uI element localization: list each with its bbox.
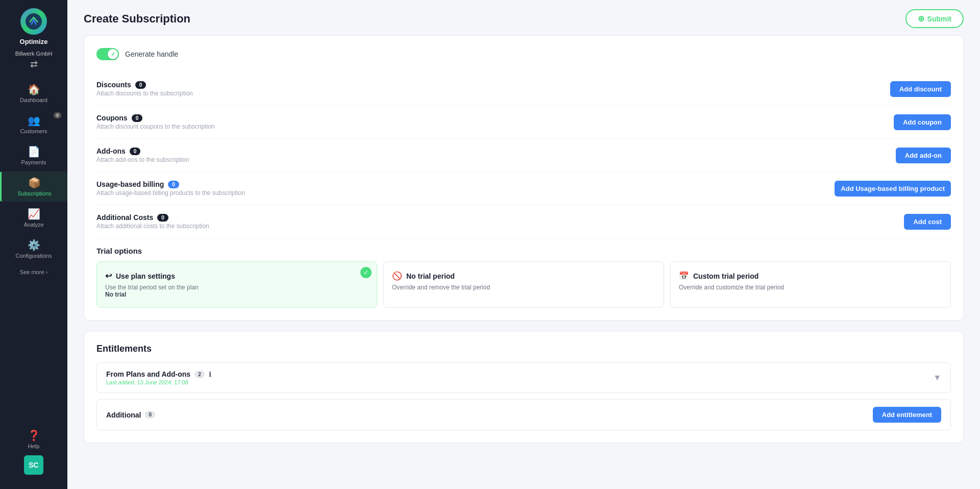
generate-handle-row: ✓ Generate handle [96, 48, 951, 60]
sidebar-bottom: ❓ Help SC [24, 429, 43, 481]
entitlements-additional-row: Additional 0 Add entitlement [96, 399, 951, 430]
sidebar-item-customers-label: Customers [20, 128, 47, 134]
no-trial-icon: 🚫 [392, 271, 402, 281]
no-trial-title: No trial period [406, 272, 455, 280]
use-plan-icon: ↩ [105, 271, 112, 281]
entitlements-additional-title: Additional 0 [106, 411, 155, 419]
submit-icon: ⊕ [918, 14, 924, 23]
avatar-initials: SC [29, 461, 38, 469]
usage-billing-info: Usage-based billing 0 Attach usage-based… [96, 180, 245, 197]
app-logo[interactable] [20, 8, 47, 35]
page-title: Create Subscription [84, 12, 190, 26]
sidebar-item-analyze[interactable]: 📈 Analyze [0, 203, 67, 233]
coupons-badge: 0 [132, 114, 143, 122]
sidebar-item-configurations[interactable]: ⚙️ Configurations [0, 234, 67, 264]
company-switch-icon[interactable]: ⇄ [30, 59, 38, 70]
subscriptions-icon: 📦 [28, 177, 41, 189]
trial-options-label: Trial options [96, 247, 951, 255]
sidebar-item-customers[interactable]: 👥 Customers 8 [0, 109, 67, 139]
add-entitlement-button[interactable]: Add entitlement [873, 407, 941, 423]
entitlements-from-plans-header: From Plans and Add-ons 2 ℹ Last added: 1… [106, 370, 941, 385]
app-name: Optimize [20, 38, 48, 45]
page-header: Create Subscription ⊕ Submit [67, 0, 980, 35]
see-more-label: See more [20, 269, 44, 275]
content-area: ✓ Generate handle Discounts 0 Attach dis… [67, 35, 980, 470]
no-trial-desc: Override and remove the trial period [392, 284, 655, 291]
usage-billing-title: Usage-based billing 0 [96, 180, 245, 188]
coupons-section: Coupons 0 Attach discount coupons to the… [96, 106, 951, 139]
submit-button[interactable]: ⊕ Submit [905, 9, 964, 28]
entitlements-card: Entitlements From Plans and Add-ons 2 ℹ … [84, 331, 964, 443]
help-icon: ❓ [28, 429, 40, 442]
chevron-down-icon[interactable]: ▼ [933, 373, 941, 382]
customers-badge: 8 [54, 112, 61, 118]
usage-billing-section: Usage-based billing 0 Attach usage-based… [96, 172, 951, 205]
sidebar-item-subscriptions-label: Subscriptions [17, 190, 51, 197]
add-coupon-button[interactable]: Add coupon [894, 114, 951, 130]
additional-costs-title: Additional Costs 0 [96, 213, 209, 222]
add-addon-button[interactable]: Add add-on [896, 148, 951, 163]
addons-section: Add-ons 0 Attach add-ons to the subscrip… [96, 139, 951, 172]
sidebar-item-dashboard[interactable]: 🏠 Dashboard [0, 78, 67, 108]
customers-icon: 👥 [28, 114, 40, 127]
svg-point-0 [26, 13, 42, 30]
sidebar-item-configurations-label: Configurations [16, 253, 52, 259]
addons-title: Add-ons 0 [96, 147, 189, 155]
chevron-right-icon: › [46, 269, 48, 275]
generate-handle-label: Generate handle [125, 50, 178, 58]
add-usage-billing-button[interactable]: Add Usage-based billing product [835, 181, 951, 197]
user-avatar[interactable]: SC [24, 455, 43, 475]
toggle-check-icon: ✓ [111, 51, 115, 58]
trial-option-use-plan[interactable]: ✓ ↩ Use plan settings Use the trial peri… [96, 261, 377, 308]
custom-trial-desc: Override and customize the trial period [679, 284, 942, 291]
from-plans-badge: 2 [194, 371, 205, 378]
sidebar: Optimize Billwerk GmbH ⇄ 🏠 Dashboard 👥 C… [0, 0, 67, 489]
sidebar-item-subscriptions[interactable]: 📦 Subscriptions [0, 172, 67, 202]
use-plan-title: Use plan settings [116, 272, 175, 280]
company-name: Billwerk GmbH [15, 51, 53, 57]
generate-handle-toggle[interactable]: ✓ [96, 48, 119, 60]
additional-costs-section: Additional Costs 0 Attach additional cos… [96, 205, 951, 238]
selected-check-icon: ✓ [360, 267, 372, 278]
entitlements-from-plans-title: From Plans and Add-ons 2 ℹ [106, 370, 211, 378]
trial-option-no-trial[interactable]: 🚫 No trial period Override and remove th… [383, 261, 664, 308]
info-icon[interactable]: ℹ [209, 371, 211, 378]
discounts-title: Discounts 0 [96, 81, 193, 89]
discounts-section: Discounts 0 Attach discounts to the subs… [96, 72, 951, 106]
dashboard-icon: 🏠 [28, 83, 40, 95]
toggle-knob: ✓ [108, 49, 118, 59]
trial-no-trial-header: 🚫 No trial period [392, 271, 655, 281]
sidebar-item-analyze-label: Analyze [23, 222, 43, 228]
add-discount-button[interactable]: Add discount [890, 81, 951, 97]
sidebar-item-payments-label: Payments [21, 159, 46, 165]
addons-info: Add-ons 0 Attach add-ons to the subscrip… [96, 147, 189, 163]
entitlements-from-plans-info: From Plans and Add-ons 2 ℹ Last added: 1… [106, 370, 211, 385]
entitlements-last-added: Last added: 13 June 2024, 17:08 [106, 379, 211, 385]
coupons-subtitle: Attach discount coupons to the subscript… [96, 123, 214, 130]
entitlements-heading: Entitlements [96, 344, 951, 354]
discounts-badge: 0 [135, 81, 146, 89]
trial-use-plan-header: ↩ Use plan settings [105, 271, 369, 281]
additional-costs-badge: 0 [157, 214, 168, 222]
sidebar-nav: 🏠 Dashboard 👥 Customers 8 📄 Payments 📦 S… [0, 78, 67, 429]
help-button[interactable]: ❓ Help [28, 429, 40, 449]
sidebar-item-payments[interactable]: 📄 Payments [0, 140, 67, 170]
trial-option-custom[interactable]: 📅 Custom trial period Override and custo… [670, 261, 951, 308]
add-cost-button[interactable]: Add cost [904, 214, 951, 230]
see-more-button[interactable]: See more › [20, 269, 47, 275]
submit-label: Submit [927, 15, 951, 23]
coupons-title: Coupons 0 [96, 114, 214, 122]
sidebar-item-dashboard-label: Dashboard [20, 97, 47, 103]
coupons-info: Coupons 0 Attach discount coupons to the… [96, 114, 214, 130]
analyze-icon: 📈 [28, 208, 40, 220]
payments-icon: 📄 [28, 145, 40, 158]
entitlements-from-plans-row: From Plans and Add-ons 2 ℹ Last added: 1… [96, 362, 951, 393]
help-label: Help [28, 443, 40, 449]
discounts-subtitle: Attach discounts to the subscription [96, 90, 193, 97]
usage-billing-badge: 0 [168, 181, 179, 188]
custom-trial-icon: 📅 [679, 271, 689, 281]
trial-options-grid: ✓ ↩ Use plan settings Use the trial peri… [96, 261, 951, 308]
additional-costs-subtitle: Attach additional costs to the subscript… [96, 223, 209, 230]
main-card: ✓ Generate handle Discounts 0 Attach dis… [84, 35, 964, 321]
custom-trial-title: Custom trial period [693, 272, 758, 280]
